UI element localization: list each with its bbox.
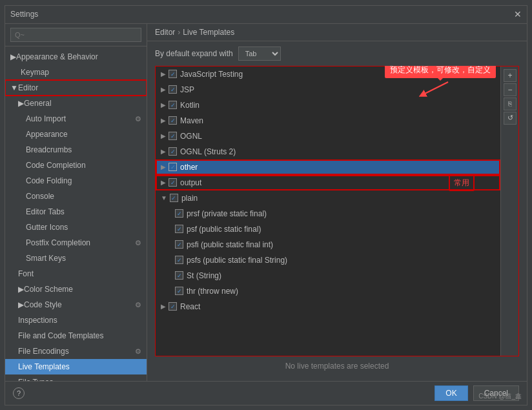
sidebar-item-label: General: [24, 97, 52, 109]
sidebar-item-label: Smart Keys: [26, 254, 66, 263]
expand-icon: ▶: [161, 99, 166, 112]
sidebar-item-inspections[interactable]: Inspections: [5, 313, 147, 328]
sidebar-item-file-encodings[interactable]: File Encodings ⚙: [5, 343, 147, 359]
list-item[interactable]: ▶ JSP: [156, 82, 500, 97]
list-item-react[interactable]: ▶ React: [156, 299, 500, 314]
sidebar-item-breadcrumbs[interactable]: Breadcrumbs: [5, 142, 147, 158]
group-label: JSP: [180, 83, 194, 96]
copy-button[interactable]: ⎘: [504, 97, 517, 110]
sidebar-item-label: Auto Import: [26, 113, 66, 125]
expand-icon: ▶: [161, 161, 166, 174]
ok-button[interactable]: OK: [435, 385, 467, 401]
checkbox-icon[interactable]: [169, 85, 177, 94]
list-item[interactable]: psfs (public static final String): [156, 252, 500, 268]
settings-dialog: Settings ✕ ▶ Appearance & Behavior Keyma…: [5, 5, 527, 405]
checkbox-icon[interactable]: [169, 302, 177, 311]
sidebar-item-code-style[interactable]: ▶ Code Style ⚙: [5, 297, 147, 313]
list-item[interactable]: St (String): [156, 268, 500, 283]
expand-icon: ▶: [161, 145, 166, 158]
group-label: JavaScript Testing: [180, 68, 243, 81]
close-button[interactable]: ✕: [514, 9, 522, 19]
checkbox-icon[interactable]: [169, 178, 177, 187]
checkbox-icon[interactable]: [175, 240, 183, 249]
sidebar-item-label: Code Style: [24, 299, 62, 311]
list-item[interactable]: psfi (public static final int): [156, 237, 500, 252]
checkbox-icon[interactable]: [169, 163, 177, 171]
sidebar-item-label: Appearance & Behavior: [16, 51, 98, 63]
list-item[interactable]: ▶ Maven: [156, 113, 500, 128]
no-selection-message: No live templates are selected: [155, 356, 519, 376]
annotation-bubble: 预定义模板，可修改，自定义: [385, 66, 496, 78]
remove-button[interactable]: −: [504, 83, 517, 96]
breadcrumb: Editor › Live Templates: [147, 24, 527, 41]
template-list-wrapper: ▶ JavaScript Testing ▶ JSP: [155, 66, 519, 356]
sidebar-item-label: Inspections: [18, 316, 57, 325]
settings-icon: ⚙: [135, 113, 141, 125]
group-label: Kotlin: [180, 99, 200, 112]
sidebar-item-gutter-icons[interactable]: Gutter Icons: [5, 220, 147, 235]
sidebar-item-label: Editor: [18, 82, 38, 94]
item-label: psf (public static final): [187, 223, 261, 236]
checkbox-icon[interactable]: [175, 271, 183, 280]
list-item-other[interactable]: ▶ other: [156, 159, 500, 175]
sidebar-item-console[interactable]: Console: [5, 189, 147, 204]
sidebar-item-postfix-completion[interactable]: Postfix Completion ⚙: [5, 235, 147, 251]
sidebar-item-label: Editor Tabs: [26, 207, 65, 216]
sidebar: ▶ Appearance & Behavior Keymap ▼ Editor …: [5, 24, 147, 381]
sidebar-item-color-scheme[interactable]: ▶ Color Scheme: [5, 282, 147, 297]
sidebar-item-editor-tabs[interactable]: Editor Tabs: [5, 204, 147, 220]
checkbox-icon[interactable]: [175, 225, 183, 233]
add-button[interactable]: +: [504, 69, 517, 82]
list-item[interactable]: ▶ OGNL: [156, 128, 500, 144]
checkbox-icon[interactable]: [169, 70, 177, 78]
template-list[interactable]: ▶ JavaScript Testing ▶ JSP: [156, 67, 500, 356]
expand-icon: ▶: [161, 114, 166, 127]
sidebar-item-appearance2[interactable]: Appearance: [5, 127, 147, 142]
sidebar-item-label: Console: [26, 192, 54, 201]
list-item[interactable]: ▶ Kotlin: [156, 97, 500, 113]
list-item[interactable]: psf (public static final): [156, 221, 500, 237]
list-item[interactable]: prsf (private static final): [156, 206, 500, 221]
expand-icon: ▶: [161, 83, 166, 96]
sidebar-item-smart-keys[interactable]: Smart Keys: [5, 251, 147, 266]
sidebar-item-label: File and Code Templates: [18, 331, 104, 340]
sidebar-item-editor[interactable]: ▼ Editor: [5, 80, 147, 96]
search-input[interactable]: [10, 28, 141, 42]
sidebar-item-general[interactable]: ▶ General: [5, 96, 147, 111]
sidebar-item-font[interactable]: Font: [5, 266, 147, 282]
sidebar-item-code-folding[interactable]: Code Folding: [5, 173, 147, 189]
sidebar-item-auto-import[interactable]: Auto Import ⚙: [5, 111, 147, 127]
checkbox-icon[interactable]: [169, 132, 177, 140]
toolbar-row: By default expand with Tab Enter Space: [155, 46, 519, 61]
list-item-output[interactable]: ▶ output 常用: [156, 175, 500, 190]
reset-button[interactable]: ↺: [504, 112, 517, 125]
expand-with-select[interactable]: Tab Enter Space: [238, 46, 281, 61]
expand-arrow: ▶: [18, 97, 24, 109]
checkbox-icon[interactable]: [169, 101, 177, 109]
settings-icon4: ⚙: [135, 345, 141, 357]
sidebar-item-appearance[interactable]: ▶ Appearance & Behavior: [5, 49, 147, 65]
list-item[interactable]: ▶ OGNL (Struts 2): [156, 144, 500, 159]
sidebar-item-keymap[interactable]: Keymap: [5, 65, 147, 80]
checkbox-icon[interactable]: [170, 194, 178, 202]
settings-icon3: ⚙: [135, 299, 141, 311]
group-label: Maven: [180, 114, 203, 127]
sidebar-item-code-completion[interactable]: Code Completion: [5, 158, 147, 173]
expand-arrow: ▶: [18, 299, 24, 311]
help-button[interactable]: ?: [13, 387, 25, 399]
item-label: psfi (public static final int): [187, 238, 273, 251]
list-item-plain[interactable]: ▼ plain: [156, 190, 500, 206]
sidebar-item-live-templates[interactable]: Live Templates: [5, 359, 147, 374]
sidebar-item-file-code-templates[interactable]: File and Code Templates: [5, 328, 147, 343]
expand-arrow: ▶: [10, 51, 16, 63]
checkbox-icon[interactable]: [169, 116, 177, 125]
checkbox-icon[interactable]: [169, 147, 177, 156]
group-label: output: [180, 176, 201, 189]
checkbox-icon[interactable]: [175, 287, 183, 295]
list-item[interactable]: thr (throw new): [156, 283, 500, 299]
checkbox-icon[interactable]: [175, 256, 183, 264]
checkbox-icon[interactable]: [175, 209, 183, 218]
sidebar-item-file-types[interactable]: File Types: [5, 374, 147, 381]
group-label: OGNL (Struts 2): [180, 145, 236, 158]
dialog-footer: ? OK Cancel: [5, 381, 527, 405]
